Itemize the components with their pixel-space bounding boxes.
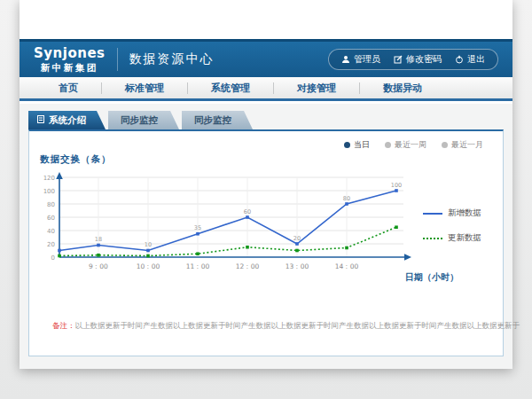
radio-today[interactable]: 当日: [344, 139, 370, 151]
nav-item-interface-mgmt[interactable]: 对接管理: [274, 82, 359, 95]
tab-sync-monitor-1[interactable]: 同步监控: [108, 111, 179, 129]
x-axis-title: 日期（小时）: [405, 271, 458, 284]
radio-last-month[interactable]: 最近一月: [442, 139, 483, 151]
content-area: 系统介绍 同步监控 同步监控 当日 最近一周: [20, 104, 512, 369]
page-title: 数据资源中心: [129, 51, 215, 67]
change-password-button[interactable]: 修改密码: [394, 53, 442, 66]
svg-text:14：00: 14：00: [335, 262, 359, 270]
radio-dot-icon: [442, 142, 448, 148]
svg-text:60: 60: [47, 215, 55, 222]
svg-text:80: 80: [343, 195, 350, 202]
nav-item-home[interactable]: 首页: [35, 82, 101, 95]
svg-text:11：00: 11：00: [186, 262, 210, 270]
footnote-prefix: 备注：: [52, 321, 75, 330]
power-icon: [455, 55, 464, 64]
edit-icon: [394, 55, 403, 64]
nav-item-data-change[interactable]: 数据异动: [360, 82, 445, 95]
dotted-line-icon: [423, 238, 442, 239]
main-nav: 首页 标准管理 系统管理 对接管理 数据异动: [20, 77, 512, 101]
svg-text:20: 20: [293, 235, 301, 242]
chart-legend: 新增数据 更新数据: [423, 207, 492, 244]
header-divider: [117, 48, 118, 71]
svg-text:35: 35: [194, 224, 201, 231]
radio-label: 最近一周: [395, 139, 426, 151]
footnote: 备注：以上数据更新于时间产生数据以上数据更新于时间产生数据以上数据更新于时间产生…: [52, 321, 494, 332]
app-header: Synjones 新中新集团 数据资源中心 管理员 修改密码: [20, 39, 512, 77]
svg-text:100: 100: [43, 188, 55, 195]
logout-button[interactable]: 退出: [455, 53, 485, 66]
tab-label: 系统介绍: [49, 111, 86, 129]
footnote-text: 以上数据更新于时间产生数据以上数据更新于时间产生数据以上数据更新于时间产生数据以…: [75, 321, 520, 330]
nav-item-standard-mgmt[interactable]: 标准管理: [102, 82, 187, 95]
radio-last-week[interactable]: 最近一周: [385, 139, 426, 151]
company-logo: Synjones 新中新集团: [34, 46, 106, 72]
svg-text:18: 18: [95, 236, 102, 243]
radio-label: 最近一月: [451, 139, 483, 151]
svg-text:13：00: 13：00: [286, 262, 309, 270]
radio-label: 当日: [354, 139, 370, 151]
logout-label: 退出: [467, 53, 485, 66]
document-icon: [37, 111, 44, 129]
screenshot-stage: Synjones 新中新集团 数据资源中心 管理员 修改密码: [0, 0, 532, 399]
svg-text:40: 40: [47, 228, 55, 235]
chart-panel: 当日 最近一周 最近一月 数据交换（条） 0204060801001209：00…: [28, 129, 504, 356]
change-password-label: 修改密码: [406, 53, 442, 66]
radio-dot-icon: [344, 142, 350, 148]
legend-label: 新增数据: [448, 207, 481, 219]
svg-text:80: 80: [47, 201, 55, 208]
user-icon: [341, 55, 350, 64]
logo-text-cn: 新中新集团: [34, 62, 106, 73]
legend-label: 更新数据: [448, 232, 481, 244]
svg-text:10: 10: [145, 241, 152, 248]
svg-text:0: 0: [51, 254, 55, 262]
period-filter-group: 当日 最近一周 最近一月: [344, 139, 483, 151]
current-user-button[interactable]: 管理员: [341, 53, 380, 66]
legend-item-updated-data: 更新数据: [423, 232, 492, 244]
header-actions: 管理员 修改密码 退出: [328, 49, 498, 70]
logo-text-en: Synjones: [34, 46, 106, 61]
svg-text:12：00: 12：00: [236, 262, 260, 270]
browser-page: Synjones 新中新集团 数据资源中心 管理员 修改密码: [20, 0, 512, 369]
top-white-strip: [20, 0, 512, 39]
solid-line-icon: [423, 213, 442, 215]
tab-sync-monitor-2[interactable]: 同步监控: [182, 111, 253, 129]
tab-system-intro[interactable]: 系统介绍: [28, 111, 106, 129]
svg-text:60: 60: [244, 208, 251, 215]
legend-item-new-data: 新增数据: [423, 207, 492, 219]
svg-text:100: 100: [391, 182, 402, 189]
current-user-label: 管理员: [354, 53, 380, 66]
svg-text:9：00: 9：00: [89, 262, 108, 270]
radio-dot-icon: [385, 142, 391, 148]
y-axis-title: 数据交换（条）: [40, 153, 112, 166]
tab-bar: 系统介绍 同步监控 同步监控: [28, 111, 255, 129]
svg-text:20: 20: [47, 241, 55, 248]
svg-text:120: 120: [43, 175, 55, 182]
nav-item-system-mgmt[interactable]: 系统管理: [188, 82, 273, 95]
svg-text:10：00: 10：00: [137, 262, 160, 270]
line-chart-svg: 0204060801001209：0010：0011：0012：0013：001…: [42, 168, 423, 280]
